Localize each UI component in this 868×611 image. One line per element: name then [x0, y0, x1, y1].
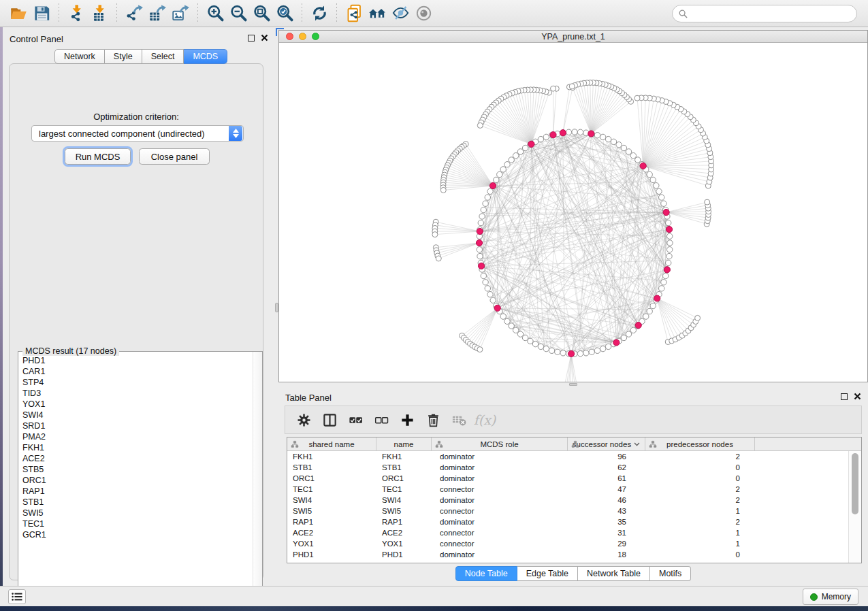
run-mcds-button[interactable]: Run MCDS [65, 148, 131, 165]
network-node[interactable] [532, 341, 538, 346]
tab-select[interactable]: Select [142, 49, 184, 64]
show-columns-button[interactable] [317, 408, 342, 431]
mcds-node[interactable] [560, 130, 566, 136]
table-row[interactable]: STB1STB1dominator620 [287, 462, 848, 473]
table-cell[interactable]: dominator [432, 549, 568, 560]
network-node[interactable] [605, 136, 611, 142]
mcds-node[interactable] [528, 141, 534, 147]
tab-node-table[interactable]: Node Table [455, 566, 517, 581]
table-cell[interactable]: dominator [432, 516, 568, 527]
table-cell[interactable]: dominator [432, 451, 568, 462]
float-panel-icon[interactable] [248, 35, 255, 42]
table-row[interactable]: YOX1YOX1connector291 [287, 538, 848, 549]
network-node[interactable] [661, 201, 666, 206]
table-cell[interactable]: dominator [432, 473, 568, 484]
network-node[interactable] [695, 315, 701, 320]
table-cell[interactable]: 29 [568, 538, 645, 549]
table-row[interactable]: TEC1TEC1connector472 [287, 484, 848, 495]
zoom-in-button[interactable] [204, 3, 227, 24]
mcds-node[interactable] [664, 267, 670, 273]
mcds-result-item[interactable]: STB1 [22, 497, 253, 508]
network-node[interactable] [477, 347, 483, 352]
network-node[interactable] [543, 134, 549, 139]
table-cell[interactable]: STB1 [376, 462, 432, 473]
delete-button[interactable] [420, 408, 446, 431]
panel-menu-button[interactable] [8, 589, 26, 604]
network-node[interactable] [621, 335, 626, 340]
column-header-name[interactable]: name [376, 437, 432, 450]
table-scrollbar[interactable] [848, 451, 861, 563]
mcds-node[interactable] [494, 305, 500, 311]
network-node[interactable] [500, 167, 506, 172]
deselect-all-button[interactable] [368, 408, 394, 431]
table-cell[interactable]: 62 [568, 462, 645, 473]
table-cell[interactable]: YOX1 [287, 538, 376, 549]
network-node[interactable] [483, 280, 488, 285]
table-cell[interactable]: 2 [645, 495, 755, 506]
mcds-node[interactable] [640, 163, 646, 169]
mcds-node[interactable] [588, 131, 594, 137]
network-node[interactable] [555, 349, 560, 354]
network-node[interactable] [509, 157, 514, 163]
table-cell[interactable]: STB1 [287, 462, 376, 473]
network-node[interactable] [566, 129, 571, 135]
mcds-result-item[interactable]: CAR1 [22, 366, 253, 377]
table-cell[interactable]: ORC1 [287, 473, 376, 484]
network-node[interactable] [477, 253, 483, 259]
table-cell[interactable]: RAP1 [287, 516, 376, 527]
network-node[interactable] [600, 134, 606, 139]
table-cell[interactable]: 0 [645, 549, 755, 560]
mcds-result-item[interactable]: FKH1 [22, 442, 253, 453]
tab-motifs[interactable]: Motifs [650, 566, 691, 581]
mcds-result-item[interactable]: GCR1 [22, 529, 253, 540]
network-window[interactable]: YPA_prune.txt_1 [278, 30, 868, 382]
mcds-list-scrollbar[interactable] [253, 352, 262, 598]
network-node[interactable] [560, 350, 566, 356]
network-node[interactable] [621, 145, 626, 150]
table-cell[interactable]: 2 [645, 516, 755, 527]
network-node[interactable] [611, 139, 616, 144]
network-node[interactable] [490, 297, 496, 303]
table-cell[interactable]: 1 [645, 527, 755, 538]
table-cell[interactable]: 46 [568, 495, 645, 506]
table-cell[interactable]: 0 [645, 473, 755, 484]
close-panel-button[interactable]: Close panel [139, 148, 210, 165]
tab-edge-table[interactable]: Edge Table [517, 566, 578, 581]
memory-button[interactable]: Memory [803, 589, 858, 605]
table-row[interactable]: PHD1PHD1dominator180 [287, 549, 848, 560]
table-cell[interactable]: 2 [645, 484, 755, 495]
column-header-shared-name[interactable]: shared name [287, 437, 376, 450]
network-node[interactable] [485, 286, 490, 291]
tab-mcds[interactable]: MCDS [184, 49, 227, 64]
network-node[interactable] [667, 247, 673, 252]
mcds-result-item[interactable]: ORC1 [22, 475, 253, 486]
table-cell[interactable]: FKH1 [287, 451, 376, 462]
network-node[interactable] [487, 188, 493, 194]
network-canvas[interactable] [279, 43, 867, 382]
network-node[interactable] [667, 233, 673, 239]
search-box[interactable] [672, 5, 857, 22]
network-node[interactable] [483, 201, 488, 206]
table-cell[interactable]: YOX1 [376, 538, 432, 549]
network-node[interactable] [517, 149, 523, 154]
table-cell[interactable]: 43 [568, 506, 645, 516]
table-cell[interactable]: 47 [568, 484, 645, 495]
criterion-dropdown[interactable]: largest connected component (undirected) [31, 125, 244, 142]
network-node[interactable] [583, 350, 589, 356]
show-all-button[interactable] [412, 3, 435, 24]
table-row[interactable]: SWI4SWI4dominator462 [287, 495, 848, 506]
close-panel-icon[interactable] [261, 34, 268, 42]
mcds-result-item[interactable]: STP4 [22, 377, 253, 388]
table-row[interactable]: ORC1ORC1dominator610 [287, 473, 848, 484]
network-node[interactable] [522, 145, 528, 150]
network-node[interactable] [509, 323, 514, 329]
network-window-titlebar[interactable]: YPA_prune.txt_1 [279, 31, 867, 43]
network-node[interactable] [504, 318, 510, 324]
table-cell[interactable]: 1 [645, 538, 755, 549]
table-cell[interactable]: PHD1 [287, 549, 376, 560]
network-node[interactable] [497, 171, 502, 177]
table-cell[interactable]: TEC1 [376, 484, 432, 495]
network-node[interactable] [440, 187, 446, 193]
network-node[interactable] [500, 314, 506, 319]
table-row[interactable]: SWI5SWI5connector431 [287, 506, 848, 516]
